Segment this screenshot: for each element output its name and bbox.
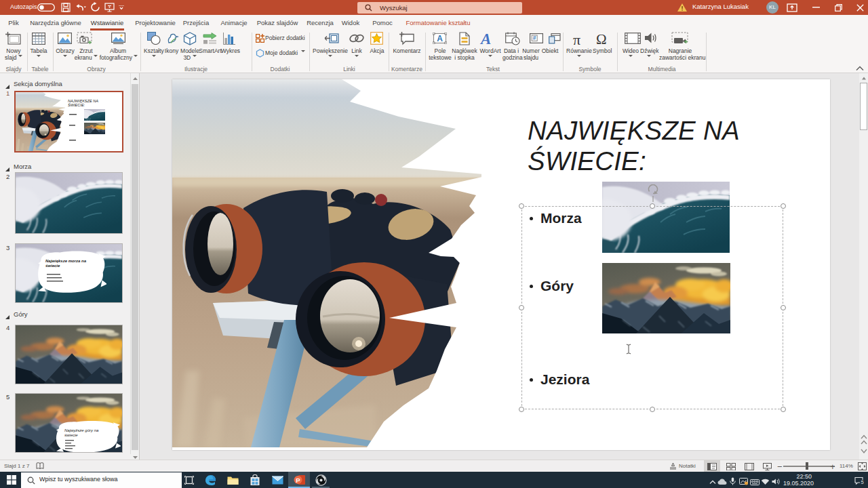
svg-text:P: P	[296, 476, 300, 484]
svg-text:#: #	[533, 35, 536, 41]
svg-text:świecie: świecie	[64, 433, 78, 437]
svg-text:A: A	[437, 34, 443, 43]
svg-text:5: 5	[861, 479, 863, 485]
svg-text:ŚWIECIE:: ŚWIECIE:	[68, 103, 85, 107]
svg-text:świecie: świecie	[45, 264, 60, 268]
svg-text:Najwyższe góry na: Najwyższe góry na	[64, 428, 99, 432]
svg-text:Największe morza na: Największe morza na	[45, 259, 87, 263]
